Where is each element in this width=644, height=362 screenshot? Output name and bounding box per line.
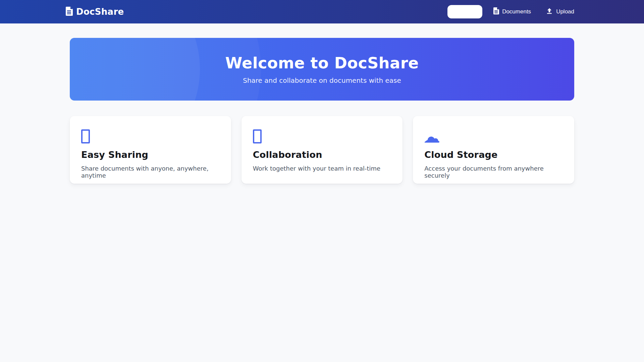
hero-banner: Welcome to DocShare Share and collaborat… [70, 38, 574, 101]
nav-item-label: Documents [502, 8, 531, 15]
cloud-icon [424, 129, 440, 143]
brand-logo[interactable]: DocShare [66, 7, 124, 17]
card-title: Cloud Storage [424, 149, 562, 160]
hero-subtitle: Share and collaborate on documents with … [243, 76, 401, 84]
card-icon-row [253, 129, 391, 144]
navbar: DocShare Documents [0, 0, 644, 23]
upload-icon [546, 7, 553, 16]
card-cloud-storage: Cloud Storage Access your documents from… [413, 116, 574, 184]
card-description: Share documents with anyone, anywhere, a… [81, 165, 219, 179]
card-description: Work together with your team in real-tim… [253, 165, 391, 172]
feature-cards: Easy Sharing Share documents with anyone… [70, 116, 574, 184]
card-icon-row [81, 129, 219, 144]
main-content: Welcome to DocShare Share and collaborat… [70, 38, 574, 184]
card-title: Easy Sharing [81, 149, 219, 160]
card-description: Access your documents from anywhere secu… [424, 165, 562, 179]
document-icon [66, 7, 73, 17]
brand-title: DocShare [76, 7, 124, 17]
nav-item-upload[interactable]: Upload [546, 7, 574, 16]
card-collaboration: Collaboration Work together with your te… [241, 116, 403, 184]
navbar-blank-pill-button[interactable] [447, 5, 482, 18]
card-icon-row [424, 129, 562, 144]
missing-glyph-icon [81, 129, 90, 143]
hero-title: Welcome to DocShare [225, 54, 419, 72]
navbar-actions: Documents Upload [447, 5, 574, 18]
nav-item-label: Upload [556, 8, 574, 15]
card-title: Collaboration [253, 149, 391, 160]
document-icon [493, 7, 499, 16]
nav-item-documents[interactable]: Documents [493, 7, 531, 16]
missing-glyph-icon [253, 129, 262, 143]
card-easy-sharing: Easy Sharing Share documents with anyone… [70, 116, 231, 184]
